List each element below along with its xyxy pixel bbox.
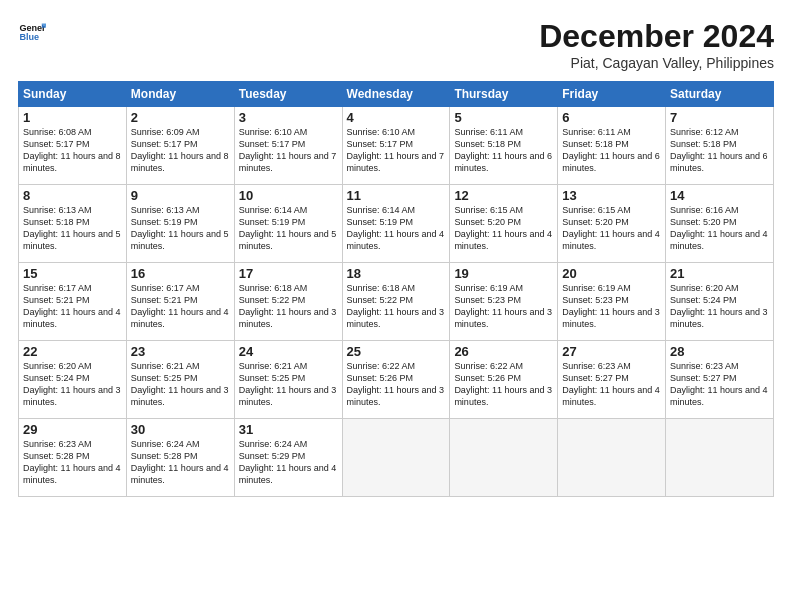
day-info: Sunrise: 6:18 AMSunset: 5:22 PMDaylight:… — [347, 282, 446, 331]
calendar-cell: 6 Sunrise: 6:11 AMSunset: 5:18 PMDayligh… — [558, 107, 666, 185]
calendar-week-2: 15 Sunrise: 6:17 AMSunset: 5:21 PMDaylig… — [19, 263, 774, 341]
day-number: 30 — [131, 422, 230, 437]
day-info: Sunrise: 6:16 AMSunset: 5:20 PMDaylight:… — [670, 204, 769, 253]
day-info: Sunrise: 6:09 AMSunset: 5:17 PMDaylight:… — [131, 126, 230, 175]
day-info: Sunrise: 6:15 AMSunset: 5:20 PMDaylight:… — [454, 204, 553, 253]
day-number: 1 — [23, 110, 122, 125]
title-block: December 2024 Piat, Cagayan Valley, Phil… — [539, 18, 774, 71]
day-number: 10 — [239, 188, 338, 203]
day-info: Sunrise: 6:23 AMSunset: 5:27 PMDaylight:… — [670, 360, 769, 409]
calendar-cell: 21 Sunrise: 6:20 AMSunset: 5:24 PMDaylig… — [666, 263, 774, 341]
day-number: 18 — [347, 266, 446, 281]
day-info: Sunrise: 6:19 AMSunset: 5:23 PMDaylight:… — [562, 282, 661, 331]
day-info: Sunrise: 6:17 AMSunset: 5:21 PMDaylight:… — [23, 282, 122, 331]
th-friday: Friday — [558, 82, 666, 107]
day-info: Sunrise: 6:13 AMSunset: 5:18 PMDaylight:… — [23, 204, 122, 253]
calendar-cell — [342, 419, 450, 497]
calendar-cell: 22 Sunrise: 6:20 AMSunset: 5:24 PMDaylig… — [19, 341, 127, 419]
day-info: Sunrise: 6:14 AMSunset: 5:19 PMDaylight:… — [347, 204, 446, 253]
header-row: Sunday Monday Tuesday Wednesday Thursday… — [19, 82, 774, 107]
calendar-cell — [558, 419, 666, 497]
day-number: 15 — [23, 266, 122, 281]
day-number: 8 — [23, 188, 122, 203]
day-info: Sunrise: 6:18 AMSunset: 5:22 PMDaylight:… — [239, 282, 338, 331]
calendar-cell: 19 Sunrise: 6:19 AMSunset: 5:23 PMDaylig… — [450, 263, 558, 341]
logo-icon: General Blue — [18, 18, 46, 46]
location: Piat, Cagayan Valley, Philippines — [539, 55, 774, 71]
day-number: 19 — [454, 266, 553, 281]
calendar-week-0: 1 Sunrise: 6:08 AMSunset: 5:17 PMDayligh… — [19, 107, 774, 185]
calendar-cell: 29 Sunrise: 6:23 AMSunset: 5:28 PMDaylig… — [19, 419, 127, 497]
day-number: 27 — [562, 344, 661, 359]
day-number: 5 — [454, 110, 553, 125]
day-number: 2 — [131, 110, 230, 125]
calendar-cell: 30 Sunrise: 6:24 AMSunset: 5:28 PMDaylig… — [126, 419, 234, 497]
day-info: Sunrise: 6:20 AMSunset: 5:24 PMDaylight:… — [670, 282, 769, 331]
day-info: Sunrise: 6:11 AMSunset: 5:18 PMDaylight:… — [454, 126, 553, 175]
day-number: 7 — [670, 110, 769, 125]
day-number: 21 — [670, 266, 769, 281]
day-info: Sunrise: 6:19 AMSunset: 5:23 PMDaylight:… — [454, 282, 553, 331]
calendar-cell: 26 Sunrise: 6:22 AMSunset: 5:26 PMDaylig… — [450, 341, 558, 419]
day-number: 20 — [562, 266, 661, 281]
day-info: Sunrise: 6:24 AMSunset: 5:29 PMDaylight:… — [239, 438, 338, 487]
calendar-cell: 10 Sunrise: 6:14 AMSunset: 5:19 PMDaylig… — [234, 185, 342, 263]
calendar-cell: 17 Sunrise: 6:18 AMSunset: 5:22 PMDaylig… — [234, 263, 342, 341]
calendar-cell: 14 Sunrise: 6:16 AMSunset: 5:20 PMDaylig… — [666, 185, 774, 263]
day-number: 17 — [239, 266, 338, 281]
day-info: Sunrise: 6:24 AMSunset: 5:28 PMDaylight:… — [131, 438, 230, 487]
calendar-cell: 23 Sunrise: 6:21 AMSunset: 5:25 PMDaylig… — [126, 341, 234, 419]
calendar-cell — [666, 419, 774, 497]
day-number: 14 — [670, 188, 769, 203]
calendar-week-3: 22 Sunrise: 6:20 AMSunset: 5:24 PMDaylig… — [19, 341, 774, 419]
header: General Blue December 2024 Piat, Cagayan… — [18, 18, 774, 71]
calendar-cell: 25 Sunrise: 6:22 AMSunset: 5:26 PMDaylig… — [342, 341, 450, 419]
calendar-cell: 24 Sunrise: 6:21 AMSunset: 5:25 PMDaylig… — [234, 341, 342, 419]
day-number: 23 — [131, 344, 230, 359]
day-info: Sunrise: 6:22 AMSunset: 5:26 PMDaylight:… — [347, 360, 446, 409]
day-number: 22 — [23, 344, 122, 359]
month-title: December 2024 — [539, 18, 774, 55]
th-sunday: Sunday — [19, 82, 127, 107]
calendar-cell: 9 Sunrise: 6:13 AMSunset: 5:19 PMDayligh… — [126, 185, 234, 263]
day-info: Sunrise: 6:21 AMSunset: 5:25 PMDaylight:… — [239, 360, 338, 409]
day-number: 26 — [454, 344, 553, 359]
day-number: 6 — [562, 110, 661, 125]
day-number: 24 — [239, 344, 338, 359]
day-number: 4 — [347, 110, 446, 125]
logo: General Blue — [18, 18, 46, 46]
th-saturday: Saturday — [666, 82, 774, 107]
day-number: 3 — [239, 110, 338, 125]
day-number: 31 — [239, 422, 338, 437]
calendar-cell: 4 Sunrise: 6:10 AMSunset: 5:17 PMDayligh… — [342, 107, 450, 185]
calendar-cell: 20 Sunrise: 6:19 AMSunset: 5:23 PMDaylig… — [558, 263, 666, 341]
day-info: Sunrise: 6:23 AMSunset: 5:27 PMDaylight:… — [562, 360, 661, 409]
day-number: 11 — [347, 188, 446, 203]
calendar-cell: 18 Sunrise: 6:18 AMSunset: 5:22 PMDaylig… — [342, 263, 450, 341]
day-info: Sunrise: 6:21 AMSunset: 5:25 PMDaylight:… — [131, 360, 230, 409]
day-number: 12 — [454, 188, 553, 203]
calendar-cell: 27 Sunrise: 6:23 AMSunset: 5:27 PMDaylig… — [558, 341, 666, 419]
calendar-cell: 13 Sunrise: 6:15 AMSunset: 5:20 PMDaylig… — [558, 185, 666, 263]
calendar-table: Sunday Monday Tuesday Wednesday Thursday… — [18, 81, 774, 497]
calendar-cell: 8 Sunrise: 6:13 AMSunset: 5:18 PMDayligh… — [19, 185, 127, 263]
day-number: 13 — [562, 188, 661, 203]
calendar-cell: 1 Sunrise: 6:08 AMSunset: 5:17 PMDayligh… — [19, 107, 127, 185]
main-container: General Blue December 2024 Piat, Cagayan… — [0, 0, 792, 507]
day-info: Sunrise: 6:17 AMSunset: 5:21 PMDaylight:… — [131, 282, 230, 331]
calendar-cell: 7 Sunrise: 6:12 AMSunset: 5:18 PMDayligh… — [666, 107, 774, 185]
calendar-week-4: 29 Sunrise: 6:23 AMSunset: 5:28 PMDaylig… — [19, 419, 774, 497]
calendar-cell: 16 Sunrise: 6:17 AMSunset: 5:21 PMDaylig… — [126, 263, 234, 341]
day-info: Sunrise: 6:23 AMSunset: 5:28 PMDaylight:… — [23, 438, 122, 487]
day-info: Sunrise: 6:20 AMSunset: 5:24 PMDaylight:… — [23, 360, 122, 409]
day-info: Sunrise: 6:11 AMSunset: 5:18 PMDaylight:… — [562, 126, 661, 175]
day-info: Sunrise: 6:12 AMSunset: 5:18 PMDaylight:… — [670, 126, 769, 175]
day-number: 25 — [347, 344, 446, 359]
calendar-cell: 31 Sunrise: 6:24 AMSunset: 5:29 PMDaylig… — [234, 419, 342, 497]
day-info: Sunrise: 6:10 AMSunset: 5:17 PMDaylight:… — [239, 126, 338, 175]
calendar-cell: 15 Sunrise: 6:17 AMSunset: 5:21 PMDaylig… — [19, 263, 127, 341]
calendar-cell: 12 Sunrise: 6:15 AMSunset: 5:20 PMDaylig… — [450, 185, 558, 263]
calendar-cell: 11 Sunrise: 6:14 AMSunset: 5:19 PMDaylig… — [342, 185, 450, 263]
calendar-week-1: 8 Sunrise: 6:13 AMSunset: 5:18 PMDayligh… — [19, 185, 774, 263]
th-monday: Monday — [126, 82, 234, 107]
